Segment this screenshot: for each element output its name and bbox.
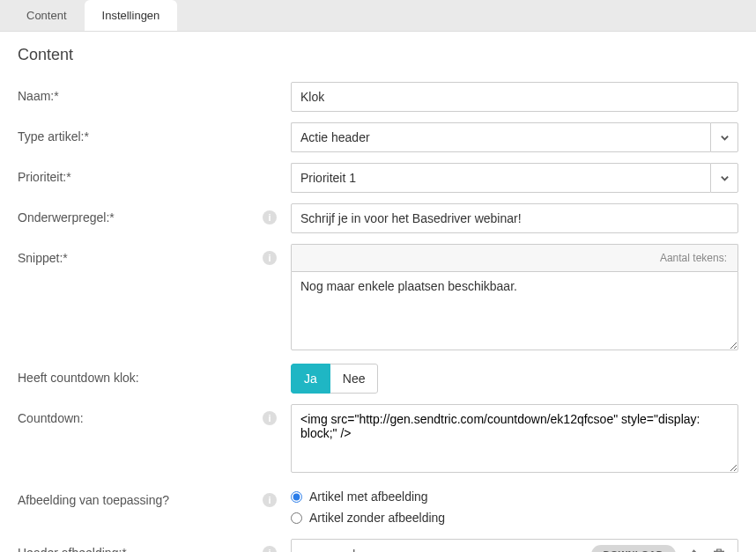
onderwerpregel-input[interactable] <box>291 203 738 233</box>
radio-zonder-afbeelding[interactable]: Artikel zonder afbeelding <box>291 507 738 528</box>
tab-settings[interactable]: Instellingen <box>85 0 178 31</box>
type-artikel-value: Actie header <box>291 122 710 152</box>
countdown-toggle: Ja Nee <box>291 364 378 394</box>
label-snippet: Snippet:* <box>18 251 68 265</box>
naam-input[interactable] <box>291 82 738 112</box>
prioriteit-value: Prioriteit 1 <box>291 163 710 193</box>
label-afbeelding-toepassing: Afbeelding van toepassing? <box>18 493 169 507</box>
toggle-nee-button[interactable]: Nee <box>330 364 379 394</box>
page-title: Content <box>18 46 738 64</box>
radio-met-input[interactable] <box>291 491 302 503</box>
countdown-textarea[interactable] <box>291 404 738 473</box>
chevron-down-icon[interactable] <box>710 163 738 193</box>
radio-zonder-input[interactable] <box>291 512 302 524</box>
toggle-ja-button[interactable]: Ja <box>291 364 330 394</box>
header-file-row: unnamed.png DOWNLOAD <box>291 539 738 552</box>
info-icon[interactable]: i <box>263 493 277 507</box>
info-icon[interactable]: i <box>263 546 277 552</box>
type-artikel-select[interactable]: Actie header <box>291 122 738 152</box>
label-heeft-countdown: Heeft countdown klok: <box>18 371 139 385</box>
chevron-down-icon[interactable] <box>710 122 738 152</box>
edit-icon[interactable] <box>683 545 702 552</box>
info-icon[interactable]: i <box>263 210 277 224</box>
label-prioriteit: Prioriteit:* <box>18 170 71 184</box>
label-type-artikel: Type artikel:* <box>18 129 89 144</box>
info-icon[interactable]: i <box>263 251 277 265</box>
trash-icon[interactable] <box>709 545 729 552</box>
label-naam: Naam:* <box>18 89 59 103</box>
label-onderwerpregel: Onderwerpregel:* <box>18 210 115 224</box>
label-header-afbeelding: Header afbeelding:* <box>18 546 127 552</box>
label-countdown: Countdown: <box>18 411 84 425</box>
download-button[interactable]: DOWNLOAD <box>591 545 676 552</box>
prioriteit-select[interactable]: Prioriteit 1 <box>291 163 738 193</box>
info-icon[interactable]: i <box>263 411 277 425</box>
snippet-textarea[interactable] <box>291 271 738 350</box>
radio-zonder-label: Artikel zonder afbeelding <box>309 511 445 525</box>
tab-content[interactable]: Content <box>9 0 85 31</box>
tab-bar: Content Instellingen <box>0 0 756 32</box>
radio-met-label: Artikel met afbeelding <box>309 489 428 504</box>
header-file-name: unnamed.png <box>300 548 584 552</box>
radio-met-afbeelding[interactable]: Artikel met afbeelding <box>291 486 738 507</box>
snippet-charcount: Aantal tekens: <box>291 244 738 271</box>
